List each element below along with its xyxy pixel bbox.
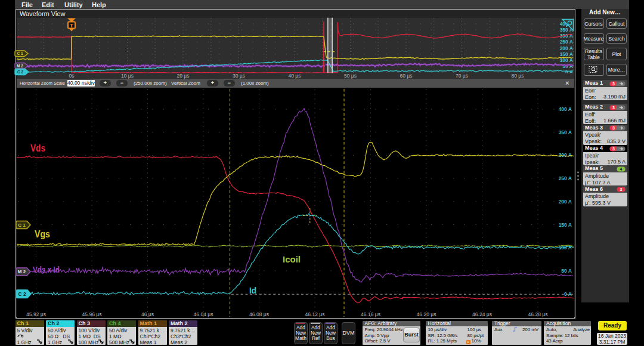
- svg-text:45.96 µs: 45.96 µs: [82, 311, 102, 317]
- svg-text:70 µs: 70 µs: [456, 73, 468, 79]
- svg-text:C 1: C 1: [17, 51, 23, 55]
- svg-text:46.28 µs: 46.28 µs: [528, 311, 548, 317]
- svg-text:Icoil: Icoil: [283, 254, 301, 264]
- svg-text:300 A: 300 A: [559, 152, 572, 158]
- svg-text:150 A: 150 A: [559, 222, 572, 228]
- svg-text:40 µs: 40 µs: [289, 73, 301, 79]
- svg-text:10 µs: 10 µs: [121, 73, 134, 79]
- svg-text:80 µs: 80 µs: [512, 73, 524, 79]
- svg-text:350 A: 350 A: [559, 129, 572, 135]
- svg-text:46.20 µs: 46.20 µs: [417, 311, 436, 317]
- svg-text:C 2: C 2: [18, 291, 26, 297]
- svg-text:T: T: [70, 22, 73, 29]
- svg-text:0 A: 0 A: [565, 69, 573, 75]
- svg-text:250 A: 250 A: [559, 175, 572, 181]
- svg-text:0s: 0s: [69, 73, 75, 79]
- svg-text:50 A: 50 A: [561, 268, 572, 274]
- svg-text:Vgs: Vgs: [35, 228, 50, 240]
- svg-text:250 A: 250 A: [560, 39, 573, 45]
- svg-text:Vds: Vds: [30, 143, 45, 154]
- svg-text:30 µs: 30 µs: [233, 73, 245, 79]
- svg-text:45.92 µs: 45.92 µs: [26, 311, 46, 317]
- svg-text:Vds x Id: Vds x Id: [33, 264, 60, 274]
- svg-text:C 2: C 2: [17, 70, 24, 74]
- svg-text:400 A: 400 A: [559, 106, 572, 112]
- svg-text:60 µs: 60 µs: [400, 73, 413, 79]
- svg-text:46.16 µs: 46.16 µs: [361, 311, 380, 317]
- svg-text:46.24 µs: 46.24 µs: [472, 311, 492, 317]
- svg-text:150 A: 150 A: [560, 51, 573, 57]
- svg-text:46.08 µs: 46.08 µs: [249, 311, 269, 317]
- svg-text:46 µs: 46 µs: [141, 311, 154, 317]
- svg-text:M 2: M 2: [18, 269, 26, 274]
- svg-text:Id: Id: [249, 285, 256, 295]
- svg-text:200 A: 200 A: [559, 199, 572, 205]
- svg-text:200 A: 200 A: [560, 45, 573, 51]
- svg-text:20 µs: 20 µs: [177, 73, 190, 79]
- svg-text:46.12 µs: 46.12 µs: [305, 311, 325, 317]
- svg-text:50 µs: 50 µs: [344, 73, 357, 79]
- svg-text:C 1: C 1: [18, 223, 26, 228]
- svg-text:46.04 µs: 46.04 µs: [194, 311, 213, 317]
- svg-text:M 2: M 2: [17, 64, 23, 68]
- svg-text:0 A: 0 A: [564, 291, 572, 297]
